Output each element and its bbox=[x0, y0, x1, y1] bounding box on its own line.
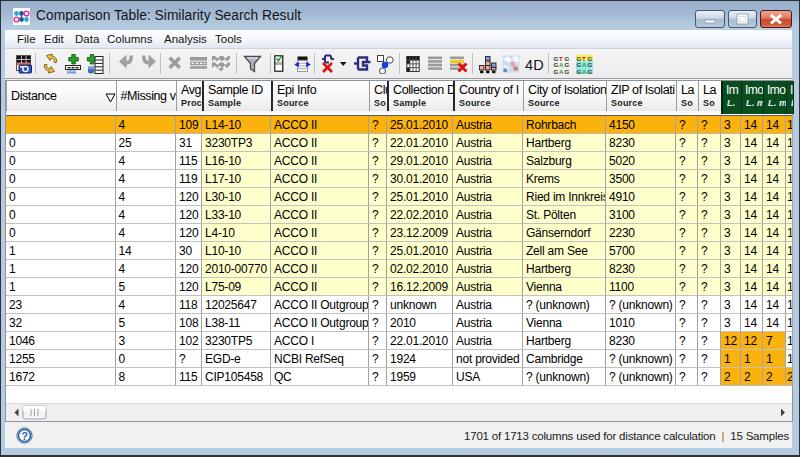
svg-text:G: G bbox=[554, 68, 559, 75]
svg-text:G: G bbox=[577, 68, 582, 75]
svg-text:A: A bbox=[582, 68, 587, 75]
svg-text:A: A bbox=[559, 68, 564, 75]
svg-text:?: ? bbox=[21, 430, 28, 442]
svg-text:G: G bbox=[588, 68, 593, 75]
svg-text:G: G bbox=[565, 68, 570, 75]
